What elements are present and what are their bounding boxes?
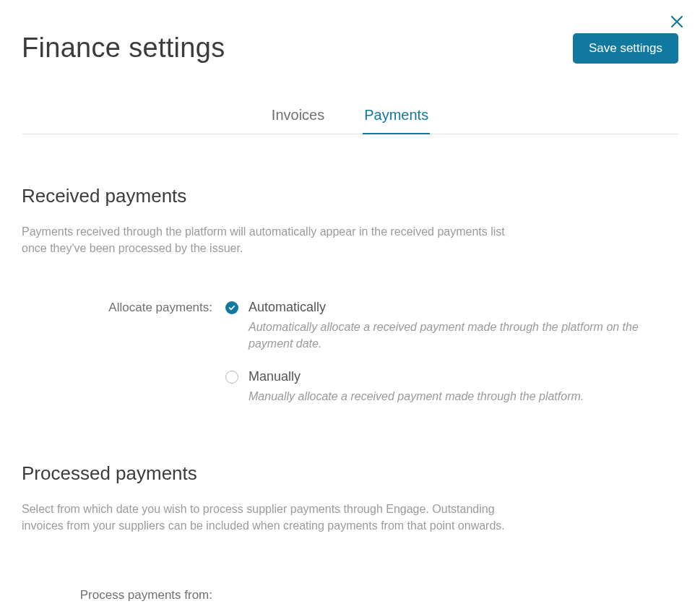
- allocate-automatically-description: Automatically allocate a received paymen…: [249, 319, 678, 352]
- allocate-payments-options: Automatically Automatically allocate a r…: [225, 300, 678, 422]
- radio-unchecked-icon: [225, 371, 238, 384]
- allocate-automatically-option: Automatically Automatically allocate a r…: [225, 300, 678, 352]
- radio-checked-icon: [225, 301, 238, 314]
- allocate-manually-label: Manually: [249, 369, 301, 384]
- process-payments-from-field: Process payments from:: [22, 588, 678, 602]
- processed-payments-title: Processed payments: [22, 462, 678, 485]
- allocate-automatically-label: Automatically: [249, 300, 326, 315]
- received-payments-section: Received payments Payments received thro…: [22, 185, 678, 423]
- process-payments-from-label: Process payments from:: [22, 588, 225, 602]
- page-title: Finance settings: [22, 33, 225, 64]
- allocate-manually-option: Manually Manually allocate a received pa…: [225, 369, 678, 405]
- allocate-automatically-radio[interactable]: Automatically: [225, 300, 678, 315]
- allocate-payments-label: Allocate payments:: [22, 300, 225, 422]
- allocate-manually-description: Manually allocate a received payment mad…: [249, 389, 678, 405]
- tab-payments[interactable]: Payments: [364, 107, 428, 134]
- allocate-manually-radio[interactable]: Manually: [225, 369, 678, 384]
- processed-payments-description: Select from which date you wish to proce…: [22, 501, 527, 534]
- save-settings-button[interactable]: Save settings: [573, 33, 678, 64]
- processed-payments-section: Processed payments Select from which dat…: [22, 462, 678, 602]
- received-payments-description: Payments received through the platform w…: [22, 223, 527, 256]
- tab-invoices[interactable]: Invoices: [272, 107, 324, 134]
- close-icon[interactable]: [670, 14, 684, 32]
- tabs: Invoices Payments: [22, 107, 678, 134]
- header: Finance settings Save settings: [22, 0, 678, 64]
- allocate-payments-field: Allocate payments: Automatically Automat…: [22, 300, 678, 422]
- received-payments-title: Received payments: [22, 185, 678, 207]
